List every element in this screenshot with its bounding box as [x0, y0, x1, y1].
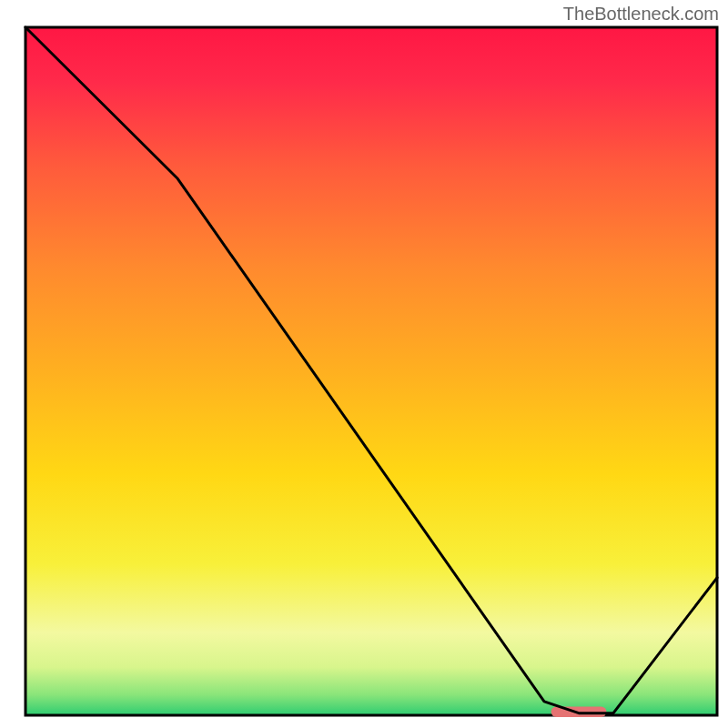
chart-container: TheBottleneck.com: [0, 0, 728, 728]
watermark-text: TheBottleneck.com: [563, 4, 719, 25]
bottleneck-chart: [0, 0, 728, 728]
